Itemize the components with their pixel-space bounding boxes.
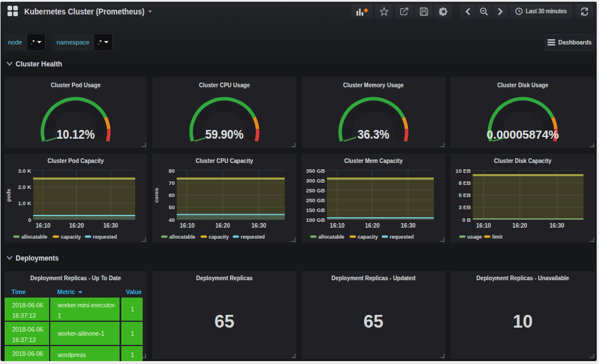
svg-text:10 EB: 10 EB xyxy=(456,168,471,174)
svg-text:150 GB: 150 GB xyxy=(306,207,325,213)
svg-text:allocatable: allocatable xyxy=(318,234,344,240)
svg-text:0 B: 0 B xyxy=(462,217,471,223)
svg-text:8 EB: 8 EB xyxy=(459,180,471,186)
svg-text:0: 0 xyxy=(28,217,31,223)
svg-text:16:20: 16:20 xyxy=(365,222,380,229)
svg-text:usage: usage xyxy=(467,234,482,240)
svg-text:200 GB: 200 GB xyxy=(306,197,325,203)
svg-text:16:20: 16:20 xyxy=(215,222,230,229)
svg-text:capacity: capacity xyxy=(358,234,378,240)
svg-text:16:20: 16:20 xyxy=(512,222,527,229)
svg-text:250 GB: 250 GB xyxy=(306,187,325,194)
svg-text:59.90%: 59.90% xyxy=(206,128,244,142)
svg-text:300 GB: 300 GB xyxy=(306,177,325,184)
svg-text:5 EB: 5 EB xyxy=(459,192,471,198)
svg-text:16:30: 16:30 xyxy=(549,222,564,229)
svg-text:requested: requested xyxy=(93,234,117,240)
svg-text:16:10: 16:10 xyxy=(180,222,195,229)
svg-text:2.0 K: 2.0 K xyxy=(18,184,31,190)
svg-text:40: 40 xyxy=(169,217,175,223)
svg-text:capacity: capacity xyxy=(61,234,81,240)
svg-text:1.0 K: 1.0 K xyxy=(18,200,31,206)
svg-text:10.12%: 10.12% xyxy=(57,128,95,142)
svg-text:16:30: 16:30 xyxy=(103,222,118,229)
svg-text:70: 70 xyxy=(169,180,175,186)
svg-text:80: 80 xyxy=(169,168,175,174)
svg-text:pods: pods xyxy=(5,189,12,202)
svg-text:16:30: 16:30 xyxy=(251,222,266,229)
svg-text:100 GB: 100 GB xyxy=(306,217,325,223)
svg-text:requested: requested xyxy=(390,234,414,240)
svg-text:50: 50 xyxy=(169,204,175,210)
svg-text:16:10: 16:10 xyxy=(330,222,345,229)
svg-text:allocatable: allocatable xyxy=(21,234,47,240)
svg-text:350 GB: 350 GB xyxy=(306,168,325,174)
svg-text:capacity: capacity xyxy=(209,234,229,240)
svg-text:60: 60 xyxy=(169,192,175,198)
svg-text:cores: cores xyxy=(153,188,159,202)
svg-text:0.00005874%: 0.00005874% xyxy=(487,128,559,141)
svg-text:3 EB: 3 EB xyxy=(459,204,471,210)
svg-text:requested: requested xyxy=(241,234,265,240)
svg-text:16:20: 16:20 xyxy=(69,222,84,229)
svg-text:allocatable: allocatable xyxy=(169,234,195,240)
svg-text:36.3%: 36.3% xyxy=(358,128,389,142)
svg-text:16:30: 16:30 xyxy=(401,222,416,229)
svg-text:16:10: 16:10 xyxy=(36,222,51,229)
svg-text:3.0 K: 3.0 K xyxy=(18,168,31,174)
svg-text:limit: limit xyxy=(492,234,503,240)
svg-text:16:10: 16:10 xyxy=(476,222,491,229)
